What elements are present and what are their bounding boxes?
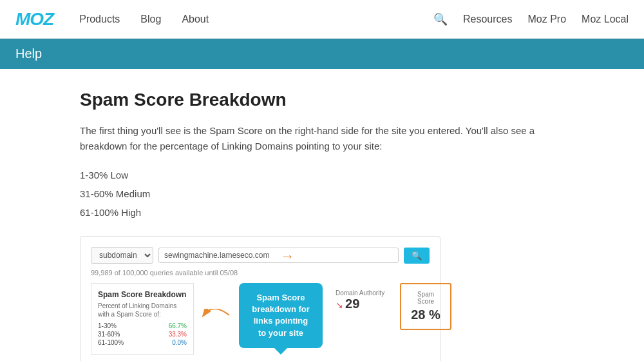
preview-domain-authority: Domain Authority ↘ 29: [329, 283, 393, 318]
curved-arrow-svg: [200, 309, 232, 322]
preview-callout-bubble: Spam Score breakdown for links pointing …: [239, 283, 323, 348]
help-banner: Help: [0, 39, 644, 69]
spam-row-low: 1-30% 66.7%: [98, 322, 187, 329]
spam-val-low: 66.7%: [169, 322, 187, 329]
domain-authority-number: 29: [345, 297, 359, 311]
preview-screenshot: subdomain 🔍 ← 99,989 of 100,000 queries …: [80, 236, 440, 361]
preview-spam-table-subtitle: Percent of Linking Domains with a Spam S…: [98, 302, 187, 318]
preview-spam-table-title: Spam Score Breakdown: [98, 290, 187, 299]
spam-val-high: 0.0%: [172, 339, 187, 346]
domain-authority-value: ↘ 29: [336, 297, 387, 311]
preview-search-button[interactable]: 🔍: [404, 248, 430, 264]
preview-search-row: subdomain 🔍: [91, 247, 430, 264]
arrow-search-icon: ←: [280, 248, 294, 265]
nav-links: Products Blog About: [79, 14, 433, 25]
spam-label-high: 61-100%: [98, 339, 124, 346]
arrow-spam-table-icon: [200, 283, 232, 322]
nav-products[interactable]: Products: [79, 14, 120, 25]
spam-row-medium: 31-60% 33.3%: [98, 331, 187, 338]
preview-data-row: Spam Score Breakdown Percent of Linking …: [91, 283, 430, 355]
spam-row-high: 61-100% 0.0%: [98, 339, 187, 346]
nav-blog[interactable]: Blog: [140, 14, 161, 25]
score-level-medium: 31-60% Medium: [80, 188, 564, 199]
preview-callout-text: Spam Score breakdown for links pointing …: [252, 293, 310, 338]
preview-url-input[interactable]: [158, 248, 399, 263]
nav-mozpro[interactable]: Moz Pro: [528, 14, 567, 25]
spam-label-medium: 31-60%: [98, 331, 120, 338]
preview-spam-table: Spam Score Breakdown Percent of Linking …: [91, 283, 194, 355]
preview-spam-score-box: Spam Score 28 %: [400, 283, 451, 330]
score-level-high: 61-100% High: [80, 207, 564, 218]
page-description: The first thing you'll see is the Spam S…: [80, 123, 564, 154]
search-icon[interactable]: 🔍: [433, 12, 448, 26]
score-levels: 1-30% Low 31-60% Medium 61-100% High: [80, 170, 564, 218]
spam-label-low: 1-30%: [98, 322, 117, 329]
help-banner-label: Help: [15, 46, 42, 61]
main-nav: MOZ Products Blog About 🔍 Resources Moz …: [0, 0, 644, 39]
preview-queries-text: 99,989 of 100,000 queries available unti…: [91, 269, 430, 277]
nav-mozlocal[interactable]: Moz Local: [582, 14, 629, 25]
page-title: Spam Score Breakdown: [80, 90, 564, 110]
nav-about[interactable]: About: [182, 14, 209, 25]
spam-score-label: Spam Score: [410, 291, 441, 305]
spam-score-value: 28 %: [410, 307, 441, 322]
nav-right: 🔍 Resources Moz Pro Moz Local: [433, 12, 629, 26]
preview-select[interactable]: subdomain: [91, 247, 153, 264]
domain-authority-arrow: ↘: [336, 300, 343, 310]
moz-logo[interactable]: MOZ: [15, 9, 53, 30]
spam-val-medium: 33.3%: [169, 331, 187, 338]
main-content: Spam Score Breakdown The first thing you…: [64, 69, 580, 361]
domain-authority-label: Domain Authority: [336, 289, 387, 297]
score-level-low: 1-30% Low: [80, 170, 564, 180]
nav-resources[interactable]: Resources: [463, 14, 512, 25]
